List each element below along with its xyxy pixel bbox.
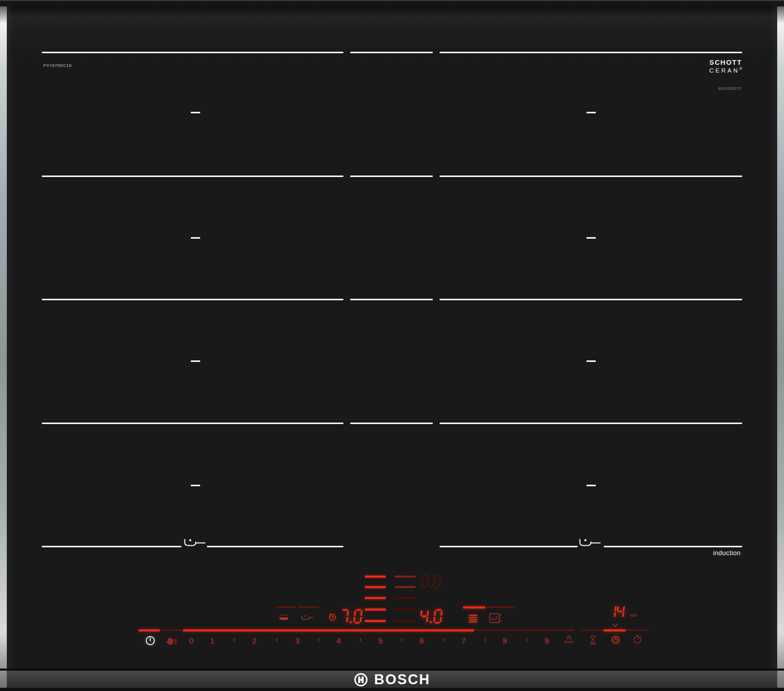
level-bar <box>395 608 416 611</box>
schott-logo-line2: CERAN® <box>709 67 742 74</box>
bosch-logo: BOSCH <box>0 672 784 687</box>
level-key-8[interactable]: 8 <box>503 637 507 645</box>
level-bar <box>395 576 416 578</box>
boost-key[interactable]: boost <box>559 635 579 644</box>
timer-unit-label: min <box>629 613 637 618</box>
bosch-armature-icon <box>354 673 368 687</box>
registered-mark: ® <box>740 67 742 71</box>
level-key-6[interactable]: 6 <box>420 637 424 645</box>
pot-position-dash <box>586 237 596 239</box>
pot-position-dash <box>586 112 596 113</box>
pot-position-dash <box>586 360 596 362</box>
right-trim <box>777 6 784 688</box>
level-bars-icon[interactable] <box>469 615 477 623</box>
zone-line <box>350 299 433 300</box>
pot-position-dash <box>191 485 200 486</box>
front-left-zone-display[interactable] <box>340 609 362 624</box>
zone-line <box>440 299 742 300</box>
frying-pan-icon <box>579 538 602 548</box>
zone-line <box>440 546 578 547</box>
frying-pan-icon[interactable] <box>301 615 314 620</box>
child-lock-icon[interactable] <box>165 636 177 646</box>
level-key-7[interactable]: 7 <box>462 637 466 645</box>
zone-line <box>42 546 181 547</box>
bosch-wordmark: BOSCH <box>374 673 431 687</box>
chevron-down-icon[interactable] <box>612 624 618 627</box>
rear-zone-display[interactable] <box>421 575 441 588</box>
level-key-4[interactable]: 4 <box>337 637 341 645</box>
power-track <box>139 629 160 631</box>
level-bar <box>365 576 386 578</box>
level-key-3[interactable]: 3 <box>295 637 299 645</box>
pan-transfer-icon[interactable] <box>489 613 502 623</box>
zone-line <box>42 299 343 300</box>
level-key-9[interactable]: 9 <box>545 637 549 645</box>
approval-number-label: 9001035370 <box>718 87 741 90</box>
top-bevel <box>0 0 784 57</box>
schott-ceran-logo: SCHOTT CERAN® <box>709 58 742 74</box>
boost-label: boost <box>559 640 579 644</box>
pot-position-dash <box>191 360 200 362</box>
keep-warm-icon[interactable] <box>279 614 291 620</box>
frying-pan-icon <box>183 538 206 548</box>
slider-track-inactive[interactable] <box>474 629 574 631</box>
level-key-5[interactable]: 5 <box>378 637 383 645</box>
zone-line <box>350 423 433 424</box>
zone-line <box>440 52 742 53</box>
hourglass-icon[interactable] <box>590 636 596 645</box>
model-number-label: PXY675DC1E <box>43 63 72 68</box>
level-bar <box>395 597 416 599</box>
level-tick <box>276 638 278 642</box>
warm-fry-track <box>298 606 319 608</box>
zone-line <box>42 175 343 177</box>
zone-function-track <box>485 606 515 608</box>
level-tick <box>526 638 527 642</box>
zone-line <box>604 546 742 547</box>
level-tick <box>360 638 361 642</box>
timer-display[interactable] <box>608 605 625 618</box>
front-right-zone-display[interactable] <box>420 609 442 624</box>
timer-track-left <box>581 629 604 631</box>
timer-track-right <box>626 629 648 631</box>
warm-fry-track <box>275 606 296 608</box>
zone-line <box>207 546 343 547</box>
power-icon[interactable] <box>145 636 155 646</box>
level-tick <box>401 638 402 642</box>
clock-icon[interactable] <box>612 636 620 644</box>
slider-track-active[interactable] <box>183 629 474 631</box>
schott-logo-line1: SCHOTT <box>709 58 742 66</box>
level-bar <box>395 586 416 588</box>
double-chevron-up-icon <box>566 635 572 639</box>
level-bar <box>365 608 386 611</box>
level-bar <box>365 597 386 599</box>
induction-label: induction <box>713 549 741 557</box>
zone-line <box>440 423 742 424</box>
level-bar <box>365 586 386 588</box>
level-tick <box>234 638 235 642</box>
lock-track <box>161 629 182 631</box>
glass-sheen <box>7 4 777 670</box>
level-key-0[interactable]: 0 <box>189 637 193 645</box>
zone-function-track-active <box>463 606 485 608</box>
level-bar <box>395 620 416 622</box>
level-bar <box>365 620 386 622</box>
left-trim <box>0 6 7 688</box>
zone-line <box>350 52 433 53</box>
zone-line <box>42 52 343 53</box>
timer-track-active <box>604 629 626 631</box>
front-trim-shadow <box>0 688 784 691</box>
level-tick <box>318 638 319 642</box>
clock-arrow-icon[interactable] <box>328 613 337 621</box>
stopwatch-icon[interactable] <box>633 635 642 644</box>
pot-position-dash <box>191 112 200 113</box>
pot-position-dash <box>191 237 200 239</box>
level-tick <box>485 638 486 642</box>
zone-line <box>350 175 433 177</box>
pot-position-dash <box>586 485 596 486</box>
level-key-1[interactable]: 1 <box>210 637 214 645</box>
level-key-2[interactable]: 2 <box>252 637 257 645</box>
level-tick <box>443 638 444 642</box>
induction-cooktop: PXY675DC1E SCHOTT CERAN® 9001035370 indu… <box>0 0 784 691</box>
zone-line <box>42 423 343 424</box>
zone-line <box>440 175 742 177</box>
